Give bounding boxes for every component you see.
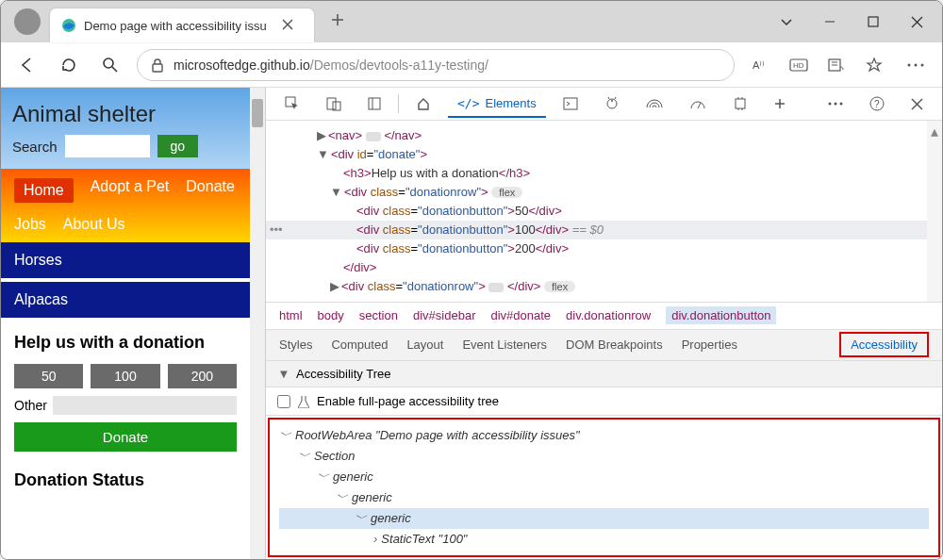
nav-donate[interactable]: Donate — [186, 178, 235, 203]
nav-jobs[interactable]: Jobs — [14, 216, 46, 233]
dom-tree[interactable]: ▶<nav> </nav> ▼<div id="donate"> <h3>Hel… — [266, 121, 927, 302]
close-button[interactable] — [895, 3, 938, 41]
page-title: Animal shelter — [12, 101, 239, 127]
more-icon[interactable] — [901, 50, 931, 80]
sources-icon[interactable] — [595, 91, 629, 117]
tab-properties[interactable]: Properties — [682, 338, 737, 352]
tab-close-icon[interactable] — [280, 15, 303, 36]
memory-icon[interactable] — [723, 91, 757, 117]
svg-text:?: ? — [874, 99, 880, 109]
refresh-button[interactable] — [54, 50, 84, 80]
tab-computed[interactable]: Computed — [331, 338, 388, 352]
search-label: Search — [12, 139, 58, 155]
a11y-fullpage-option[interactable]: Enable full-page accessibility tree — [266, 387, 942, 416]
device-icon[interactable] — [317, 91, 351, 117]
donation-heading: Help us with a donation — [14, 333, 237, 353]
svg-point-41 — [835, 103, 837, 106]
svg-point-40 — [829, 103, 832, 106]
console-icon[interactable] — [554, 91, 587, 116]
window-titlebar: Demo page with accessibility issu — [1, 1, 942, 42]
svg-rect-25 — [369, 98, 380, 109]
dom-breadcrumb[interactable]: html body section div#sidebar div#donate… — [266, 302, 942, 329]
search-button-icon[interactable] — [95, 50, 125, 80]
donation-section: Help us with a donation 50 100 200 Other… — [1, 318, 250, 517]
performance-icon[interactable] — [680, 91, 716, 116]
svg-rect-11 — [153, 64, 162, 72]
welcome-icon[interactable] — [406, 91, 440, 117]
donate-button[interactable]: Donate — [14, 422, 237, 452]
amount-200[interactable]: 200 — [168, 364, 237, 388]
reader-icon[interactable] — [821, 50, 852, 80]
tab-styles[interactable]: Styles — [279, 338, 312, 352]
address-bar: microsoftedge.github.io/Demos/devtools-a… — [1, 42, 942, 88]
svg-point-20 — [915, 63, 918, 66]
maximize-button[interactable] — [852, 3, 895, 41]
svg-line-30 — [608, 97, 609, 99]
hd-icon[interactable]: HD — [784, 50, 814, 80]
lock-icon — [151, 58, 164, 73]
tab-dom-breakpoints[interactable]: DOM Breakpoints — [566, 338, 663, 352]
nav-home[interactable]: Home — [14, 178, 74, 203]
a11y-fullpage-checkbox[interactable] — [277, 395, 290, 408]
more-tabs-icon[interactable] — [765, 92, 795, 115]
nav-about[interactable]: About Us — [63, 216, 125, 233]
other-input[interactable] — [53, 396, 237, 415]
devtools-panel: </>Elements ? ▶<nav> </nav> ▼<div id="do… — [265, 88, 942, 559]
svg-line-10 — [112, 67, 117, 72]
new-tab-button[interactable] — [325, 8, 350, 36]
tab-elements[interactable]: </>Elements — [448, 91, 546, 118]
svg-point-9 — [104, 58, 113, 68]
tab-accessibility[interactable]: Accessibility — [839, 332, 929, 357]
svg-point-42 — [840, 103, 843, 106]
devtools-toolbar: </>Elements ? — [266, 88, 942, 121]
url-box[interactable]: microsoftedge.github.io/Demos/devtools-a… — [137, 49, 735, 81]
favorites-icon[interactable] — [859, 50, 889, 80]
svg-text:A⁾⁾: A⁾⁾ — [753, 59, 765, 71]
tab-layout[interactable]: Layout — [406, 338, 443, 352]
svg-marker-18 — [868, 58, 881, 71]
svg-rect-23 — [327, 98, 336, 109]
a11y-tree-header[interactable]: ▼Accessibility Tree — [266, 361, 942, 387]
page-scrollbar[interactable] — [250, 88, 265, 559]
edge-icon — [61, 18, 76, 33]
profile-avatar[interactable] — [14, 8, 41, 35]
minimize-button[interactable] — [808, 3, 852, 41]
a11y-tree[interactable]: ﹀RootWebArea "Demo page with accessibili… — [268, 418, 940, 557]
sidebar-item-alpacas[interactable]: Alpacas — [1, 282, 250, 318]
network-icon[interactable] — [637, 92, 672, 115]
svg-point-29 — [611, 100, 613, 102]
tab-event-listeners[interactable]: Event Listeners — [462, 338, 547, 352]
page-viewport: Animal shelter Search go Home Adopt a Pe… — [1, 88, 265, 559]
svg-rect-33 — [736, 99, 745, 108]
svg-rect-27 — [564, 98, 577, 109]
url-text: microsoftedge.github.io/Demos/devtools-a… — [174, 58, 488, 73]
svg-point-21 — [921, 63, 924, 66]
tab-actions-icon[interactable] — [765, 3, 808, 41]
svg-line-32 — [698, 103, 701, 108]
help-icon[interactable]: ? — [860, 91, 894, 117]
svg-line-31 — [615, 97, 616, 99]
back-button[interactable] — [12, 50, 42, 80]
tab-title: Demo page with accessibility issu — [84, 19, 273, 33]
read-aloud-icon[interactable]: A⁾⁾ — [746, 50, 776, 80]
go-button[interactable]: go — [157, 135, 199, 157]
inspect-icon[interactable] — [275, 91, 309, 117]
dom-scrollbar[interactable]: ▴ — [927, 121, 942, 302]
browser-tab[interactable]: Demo page with accessibility issu — [50, 8, 314, 42]
accessibility-panel: ▼Accessibility Tree Enable full-page acc… — [266, 361, 942, 559]
amount-50[interactable]: 50 — [14, 364, 83, 388]
styles-tabs: Styles Computed Layout Event Listeners D… — [266, 330, 942, 361]
devtools-more-icon[interactable] — [819, 91, 852, 117]
search-input[interactable] — [65, 135, 150, 157]
devtools-close-icon[interactable] — [902, 91, 933, 117]
other-label: Other — [14, 398, 47, 413]
panel-icon[interactable] — [358, 91, 390, 116]
nav-adopt[interactable]: Adopt a Pet — [91, 178, 170, 203]
donation-status-heading: Donation Status — [14, 470, 237, 490]
page-hero: Animal shelter Search go — [1, 88, 250, 169]
svg-point-19 — [908, 63, 911, 66]
amount-100[interactable]: 100 — [91, 364, 159, 388]
sidebar-item-horses[interactable]: Horses — [1, 242, 250, 278]
page-nav: Home Adopt a Pet Donate Jobs About Us — [1, 169, 250, 242]
svg-rect-6 — [869, 17, 878, 26]
